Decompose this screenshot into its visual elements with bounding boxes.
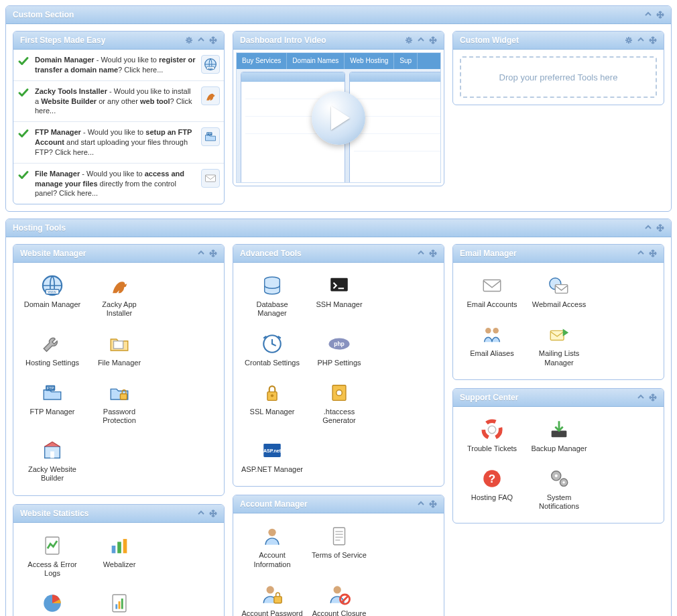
move-icon[interactable] [429, 36, 437, 44]
collapse-icon[interactable] [644, 224, 652, 232]
collapse-icon[interactable] [637, 36, 645, 44]
tool-terms-of-service[interactable]: Terms of Service [307, 520, 371, 574]
tool-webalizer[interactable]: Webalizer [87, 530, 151, 583]
collapse-icon[interactable] [197, 36, 205, 44]
tool-label: Mailing Lists Manager [528, 349, 590, 367]
tool-access-error-logs[interactable]: Access & Error Logs [20, 530, 84, 583]
tool-label: .htaccess Generator [308, 408, 370, 425]
collapse-icon[interactable] [637, 393, 645, 402]
tool-account-closure[interactable]: Account Closure [307, 578, 371, 616]
collapse-icon[interactable] [197, 509, 205, 517]
custom-widget-title: Custom Widget [460, 36, 625, 45]
tool--htaccess-generator[interactable]: .htaccess Generator [307, 377, 371, 430]
tool-label: FTP Manager [21, 408, 83, 416]
move-icon[interactable] [429, 500, 437, 508]
tool-mailing-lists-manager[interactable]: Mailing Lists Manager [527, 318, 591, 372]
collapse-icon[interactable] [417, 500, 425, 508]
tool-ssh-manager[interactable]: SSH Manager [307, 269, 371, 323]
mailing-icon [547, 322, 571, 347]
tool-domain-manager[interactable]: Domain Manager [20, 269, 84, 323]
user-icon [260, 524, 284, 548]
custom-section-header: Custom Section [6, 6, 671, 24]
move-icon[interactable] [649, 36, 657, 44]
tool-label: Email Aliases [461, 349, 523, 358]
move-icon[interactable] [209, 249, 217, 257]
dropzone-label: Drop your preferred Tools here [499, 72, 618, 82]
tool-zacky-app-installer[interactable]: Zacky App Installer [87, 269, 151, 323]
collapse-icon[interactable] [197, 249, 205, 257]
play-icon[interactable] [312, 91, 365, 145]
clock-icon [260, 332, 284, 356]
mail-icon [201, 169, 220, 188]
tool-zacky-website-builder[interactable]: Zacky Website Builder [20, 434, 84, 488]
tool-account-information[interactable]: Account Information [240, 520, 304, 574]
tool-system-notifications[interactable]: System Notifications [527, 463, 591, 516]
tool-ssl-manager[interactable]: SSL Manager [240, 377, 304, 430]
bars-icon [107, 534, 131, 558]
first-step-item[interactable]: FTP Manager - Would you like to setup an… [13, 122, 224, 164]
move-icon[interactable] [209, 509, 217, 517]
tool-label: Webalizer [88, 560, 150, 569]
tool-label: Hosting FAQ [461, 493, 523, 502]
aspnet-icon [260, 438, 284, 463]
tool-label: PHP Settings [308, 359, 370, 367]
move-icon[interactable] [649, 249, 657, 257]
account-manager-panel: Account Manager Account InformationTerms… [233, 495, 444, 616]
globe-icon [40, 273, 64, 298]
webmail-icon [547, 273, 571, 298]
tool-webmail-access[interactable]: Webmail Access [527, 269, 591, 314]
move-icon[interactable] [656, 224, 664, 232]
wrench-icon [40, 332, 64, 356]
first-step-item[interactable]: File Manager - Would you like to access … [13, 164, 224, 204]
step-text: Domain Manager - Would you like to regis… [35, 55, 196, 75]
collapse-icon[interactable] [417, 36, 425, 44]
folder-icon [107, 332, 131, 356]
lifebuoy-icon [480, 418, 504, 442]
tool-trouble-tickets[interactable]: Trouble Tickets [460, 414, 524, 458]
collapse-icon[interactable] [417, 249, 425, 257]
tool-email-accounts[interactable]: Email Accounts [460, 269, 524, 314]
tool-hosting-settings[interactable]: Hosting Settings [20, 328, 84, 373]
gear-icon[interactable] [405, 36, 413, 44]
tool-file-manager[interactable]: File Manager [87, 328, 151, 373]
tool-label: Account Closure [308, 609, 370, 616]
tool-account-password[interactable]: Account Password [240, 578, 304, 616]
tools-dropzone[interactable]: Drop your preferred Tools here [460, 56, 657, 98]
tool-usage-reports[interactable]: Usage Reports [87, 587, 151, 616]
video-thumbnail[interactable]: Buy Services Domain Names Web Hosting Su… [236, 52, 441, 183]
collapse-icon[interactable] [644, 11, 652, 19]
tool-asp-net-manager[interactable]: ASP.NET Manager [240, 434, 304, 479]
step-text: FTP Manager - Would you like to setup an… [35, 127, 196, 158]
tool-email-aliases[interactable]: Email Aliases [460, 318, 524, 372]
globe-icon [201, 55, 220, 74]
tool-label: SSL Manager [241, 408, 303, 416]
gear-icon[interactable] [185, 36, 193, 44]
tool-crontab-settings[interactable]: Crontab Settings [240, 328, 304, 373]
tool-label: Backup Manager [528, 444, 590, 453]
tool-password-protection[interactable]: Password Protection [87, 377, 151, 430]
tool-traffic-statistics[interactable]: Traffic Statistics [20, 587, 84, 616]
tool-label: ASP.NET Manager [241, 465, 303, 474]
move-icon[interactable] [656, 11, 664, 19]
tool-backup-manager[interactable]: Backup Manager [527, 414, 591, 458]
tool-php-settings[interactable]: PHP Settings [307, 328, 371, 373]
gears-icon [547, 467, 571, 491]
move-icon[interactable] [429, 249, 437, 257]
report-icon [107, 591, 131, 615]
first-step-item[interactable]: Domain Manager - Would you like to regis… [13, 50, 224, 81]
collapse-icon[interactable] [637, 249, 645, 257]
move-icon[interactable] [649, 393, 657, 402]
tool-hosting-faq[interactable]: Hosting FAQ [460, 463, 524, 516]
tool-database-manager[interactable]: Database Manager [240, 269, 304, 323]
first-step-item[interactable]: Zacky Tools Installer - Would you like t… [13, 81, 224, 123]
tool-ftp-manager[interactable]: FTP Manager [20, 377, 84, 430]
check-icon [17, 127, 29, 139]
website-statistics-panel: Website Statistics Access & Error LogsWe… [13, 504, 225, 616]
terminal-icon [327, 273, 351, 298]
check-icon [17, 86, 29, 99]
video-title: Dashboard Intro Video [240, 36, 405, 45]
backup-icon [547, 418, 571, 442]
move-icon[interactable] [209, 36, 217, 44]
custom-section-panel: Custom Section First Steps Made Easy [5, 5, 672, 212]
gear-icon[interactable] [625, 36, 633, 44]
